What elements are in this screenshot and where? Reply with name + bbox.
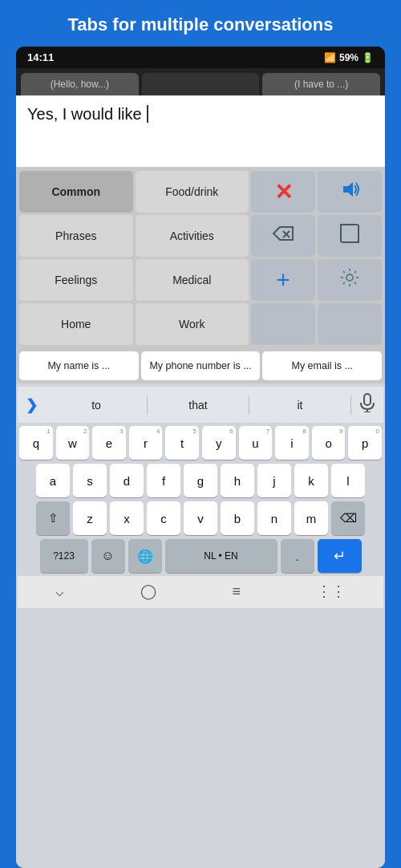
key-v[interactable]: v <box>184 501 217 535</box>
suggestion-to[interactable]: to <box>46 395 148 415</box>
cat-home[interactable]: Home <box>19 303 133 345</box>
keyboard-area: ❯ to that it 1q 2w 3e 4r 5t 6y 7u <box>16 383 385 868</box>
suggestion-it[interactable]: it <box>249 395 351 415</box>
key-x[interactable]: x <box>110 501 144 535</box>
tab-2[interactable] <box>142 73 260 95</box>
suggestion-arrow[interactable]: ❯ <box>18 396 46 414</box>
key-m[interactable]: m <box>294 501 328 535</box>
cat-common[interactable]: Common <box>19 171 133 213</box>
key-shift[interactable]: ⇧ <box>36 501 70 535</box>
time: 14:11 <box>27 51 54 63</box>
key-q[interactable]: 1q <box>19 426 53 460</box>
key-u[interactable]: 7u <box>239 426 273 460</box>
key-space[interactable]: NL • EN <box>165 539 277 573</box>
key-row-3: ⇧ z x c v b n m ⌫ <box>19 501 382 535</box>
suggestion-that[interactable]: that <box>148 395 249 415</box>
text-input-area[interactable]: Yes, I would like <box>16 95 385 168</box>
phone-shell: 14:11 📶 59% 🔋 (Hello, how...) (I have to… <box>16 47 385 868</box>
key-s[interactable]: s <box>73 464 107 497</box>
key-g[interactable]: g <box>184 464 217 497</box>
key-w[interactable]: 2w <box>56 426 90 460</box>
category-grid: Common Food/drink ✕ Phrases <box>16 168 385 348</box>
key-e[interactable]: 3e <box>92 426 126 460</box>
key-y[interactable]: 6y <box>202 426 236 460</box>
speaker-icon <box>338 178 361 205</box>
key-enter[interactable]: ↵ <box>318 539 362 573</box>
cat-phrases[interactable]: Phrases <box>19 215 133 257</box>
key-j[interactable]: j <box>257 464 291 497</box>
key-n[interactable]: n <box>257 501 291 535</box>
key-backspace[interactable]: ⌫ <box>331 501 365 535</box>
cat-activities[interactable]: Activities <box>136 215 249 257</box>
svg-rect-3 <box>341 225 358 242</box>
tab-3[interactable]: (I have to ...) <box>262 73 380 95</box>
key-123[interactable]: ?123 <box>40 539 88 573</box>
key-a[interactable]: a <box>36 464 70 497</box>
gear-icon <box>339 267 360 293</box>
close-icon: ✕ <box>274 179 293 205</box>
action-add[interactable]: + <box>251 259 315 301</box>
key-i[interactable]: 8i <box>275 426 309 460</box>
suggestions-row: ❯ to that it <box>18 387 383 423</box>
status-bar: 14:11 📶 59% 🔋 <box>16 47 385 68</box>
cat-work[interactable]: Work <box>136 303 249 345</box>
svg-marker-0 <box>343 182 353 197</box>
backspace-icon <box>272 224 294 248</box>
svg-rect-5 <box>364 394 371 405</box>
key-c[interactable]: c <box>147 501 180 535</box>
cat-feelings[interactable]: Feelings <box>19 259 133 301</box>
key-k[interactable]: k <box>294 464 328 497</box>
key-r[interactable]: 4r <box>129 426 163 460</box>
key-row-4: ?123 ☺ 🌐 NL • EN . ↵ <box>19 539 382 573</box>
bottom-nav-bar: ⌵ ◯ ≡ ⋮⋮ <box>18 576 383 608</box>
battery-icon: 🔋 <box>362 52 374 63</box>
key-z[interactable]: z <box>73 501 107 535</box>
wifi-icon: 📶 <box>324 52 336 63</box>
nav-recents[interactable]: ≡ <box>233 583 241 600</box>
key-t[interactable]: 5t <box>165 426 199 460</box>
empty-2 <box>318 303 382 345</box>
tab-1[interactable]: (Hello, how...) <box>21 73 139 95</box>
action-backspace[interactable] <box>251 215 315 257</box>
phrase-row: My name is ... My phone number is ... My… <box>16 348 385 383</box>
action-speaker[interactable] <box>318 171 382 213</box>
key-h[interactable]: h <box>221 464 254 497</box>
tabs-row: (Hello, how...) (I have to ...) <box>16 68 385 95</box>
key-b[interactable]: b <box>221 501 254 535</box>
key-row-1: 1q 2w 3e 4r 5t 6y 7u 8i 9o 0p <box>19 426 382 460</box>
plus-icon: + <box>276 266 290 294</box>
header-title: Tabs for multiple conversations <box>52 0 350 47</box>
phrase-name[interactable]: My name is ... <box>19 351 139 380</box>
key-f[interactable]: f <box>147 464 180 497</box>
nav-home-circle[interactable]: ◯ <box>140 582 156 600</box>
nav-keyboard-hide[interactable]: ⋮⋮ <box>317 582 346 600</box>
key-globe[interactable]: 🌐 <box>128 539 162 573</box>
cat-medical[interactable]: Medical <box>136 259 249 301</box>
phrase-phone[interactable]: My phone number is ... <box>141 351 261 380</box>
action-settings[interactable] <box>318 259 382 301</box>
key-emoji[interactable]: ☺ <box>91 539 125 573</box>
action-close[interactable]: ✕ <box>251 171 315 213</box>
mic-button[interactable] <box>351 390 383 420</box>
nav-chevron-down[interactable]: ⌵ <box>55 582 64 600</box>
key-d[interactable]: d <box>110 464 144 497</box>
action-expand[interactable] <box>318 215 382 257</box>
key-row-2: a s d f g h j k l <box>19 464 382 497</box>
key-period[interactable]: . <box>281 539 314 573</box>
battery-text: 59% <box>339 52 358 63</box>
expand-icon <box>339 223 360 249</box>
key-o[interactable]: 9o <box>312 426 346 460</box>
key-l[interactable]: l <box>331 464 365 497</box>
empty-1 <box>251 303 315 345</box>
cat-food[interactable]: Food/drink <box>136 171 249 213</box>
key-p[interactable]: 0p <box>348 426 382 460</box>
svg-point-4 <box>346 274 353 281</box>
phrase-email[interactable]: My email is ... <box>262 351 382 380</box>
